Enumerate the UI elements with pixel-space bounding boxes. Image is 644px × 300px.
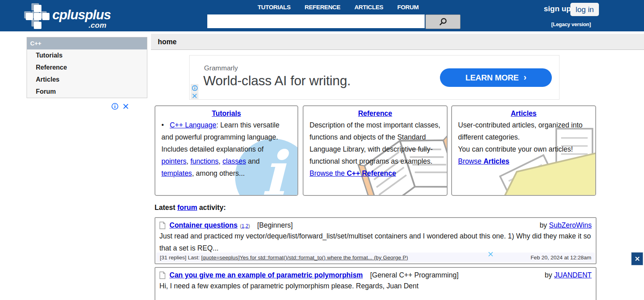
logo-text: cplusplus [52,7,111,23]
sidebar-item-articles[interactable]: Articles [27,74,147,86]
page-icon [159,271,165,279]
post-byline: by SubZeroWins [540,221,592,230]
ad-info-icon [192,85,198,91]
ad-dismiss-x-icon[interactable] [488,251,493,257]
ad-close-icon[interactable] [123,103,129,109]
post-category: [Beginners] [257,221,293,230]
cplusplus-home-page: cplusplus .com TUTORIALS REFERENCE ARTIC… [0,0,644,300]
post-page-links: (1,2) [240,223,250,229]
browse-reference-link[interactable]: C++ Reference [347,169,396,177]
browse-articles-link[interactable]: Articles [483,157,509,165]
top-navigation: TUTORIALS REFERENCE ARTICLES FORUM [258,4,419,10]
post-last-reply: [31 replies] Last: [quote=seeplus]Yes fo… [160,255,408,261]
post-body-text: Just read and practiced my vector/deque/… [155,230,596,254]
articles-card-title-link[interactable]: Articles [511,109,537,117]
ad-info-icon[interactable] [111,103,118,110]
post-byline: by JUANDENT [545,271,592,279]
ad-controls [111,103,129,110]
nav-reference[interactable]: REFERENCE [305,4,341,10]
page-icon [159,222,165,229]
post-category: [General C++ Programming] [370,271,458,279]
search-bar [207,14,460,29]
tutorials-card: i Tutorials • C++ Language: Learn this v… [155,105,298,196]
post-date: Feb 20, 2024 at 12:28am [530,255,591,261]
functions-link[interactable]: functions [190,157,219,165]
browse-reference-link[interactable]: Browse the [310,169,347,177]
forum-link[interactable]: forum [177,203,197,212]
post-body-text: Hi, I need a few examples of parametric … [155,279,596,292]
post-header-row: Can you give me an example of parametric… [155,268,596,279]
reference-card-title-link[interactable]: Reference [358,109,392,117]
tutorials-card-text: • C++ Language: Learn this versatile and… [161,119,291,179]
logo-tld-text: .com [89,21,106,30]
search-input[interactable] [207,14,425,28]
sign-up-link[interactable]: sign up [544,4,571,13]
search-button[interactable] [425,14,460,29]
page-2-link[interactable]: 2 [246,223,248,229]
log-in-button[interactable]: log in [570,3,599,16]
sidebar-header-cpp: C++ [27,37,147,49]
search-icon [439,18,447,26]
reference-card: Reference Description of the most import… [303,105,448,196]
grammarly-ad-banner[interactable]: Grammarly World-class AI for writing. LE… [189,55,559,100]
ad-info-tile[interactable] [191,84,198,92]
reference-card-text: Description of the most important classe… [310,119,441,179]
learn-more-label: LEARN MORE [465,73,518,82]
post-title-link[interactable]: Can you give me an example of parametric… [169,271,363,279]
classes-link[interactable]: classes [223,157,246,165]
breadcrumb: home [151,34,644,50]
post-header-row: Container questions (1,2) [Beginners] by… [155,218,596,230]
nav-articles[interactable]: ARTICLES [354,4,383,10]
ad-headline: World-class AI for writing. [203,73,351,88]
forum-post: Can you give me an example of parametric… [155,267,597,300]
ad-close-icon [192,93,197,99]
author-link[interactable]: JUANDENT [554,271,592,279]
cpp-language-link[interactable]: C++ Language [170,121,217,129]
nav-forum[interactable]: FORUM [397,4,419,10]
latest-forum-activity-heading: Latest forum activity: [155,203,226,212]
templates-link[interactable]: templates [161,169,192,177]
post-footer: [31 replies] Last: [quote=seeplus]Yes fo… [156,253,595,263]
legacy-version-link[interactable]: [Legacy version] [551,21,591,27]
sidebar-item-tutorials[interactable]: Tutorials [27,49,147,62]
last-reply-link[interactable]: [quote=seeplus]Yes for std::format()/std… [201,255,408,261]
ad-close-tile[interactable] [191,92,198,100]
left-sidebar-menu: C++ Tutorials Reference Articles Forum [27,37,147,98]
page-1-link[interactable]: 1 [242,223,244,229]
forum-post: Container questions (1,2) [Beginners] by… [155,217,597,264]
close-icon [635,256,640,261]
tutorials-card-title-link[interactable]: Tutorials [212,109,241,117]
post-title-link[interactable]: Container questions [169,221,237,230]
learn-more-button[interactable]: LEARN MORE › [440,68,552,87]
sidebar-item-reference[interactable]: Reference [27,62,147,74]
articles-card-text: User-contributed articles, organized int… [458,119,589,167]
nav-tutorials[interactable]: TUTORIALS [258,4,291,10]
chevron-right-icon: › [524,72,526,83]
site-logo[interactable]: cplusplus .com [24,3,121,29]
top-header-bar: cplusplus .com TUTORIALS REFERENCE ARTIC… [0,0,644,31]
browse-articles-link[interactable]: Browse [458,157,483,165]
cplusplus-plus-icon [24,3,52,29]
articles-card: Articles User-contributed articles, orga… [451,105,596,196]
sidebar-item-forum[interactable]: Forum [27,86,147,98]
author-link[interactable]: SubZeroWins [549,221,592,229]
floating-close-button[interactable] [631,252,643,265]
pointers-link[interactable]: pointers [161,157,186,165]
ad-choice-controls [191,84,198,100]
ad-brand-label: Grammarly [204,64,238,72]
